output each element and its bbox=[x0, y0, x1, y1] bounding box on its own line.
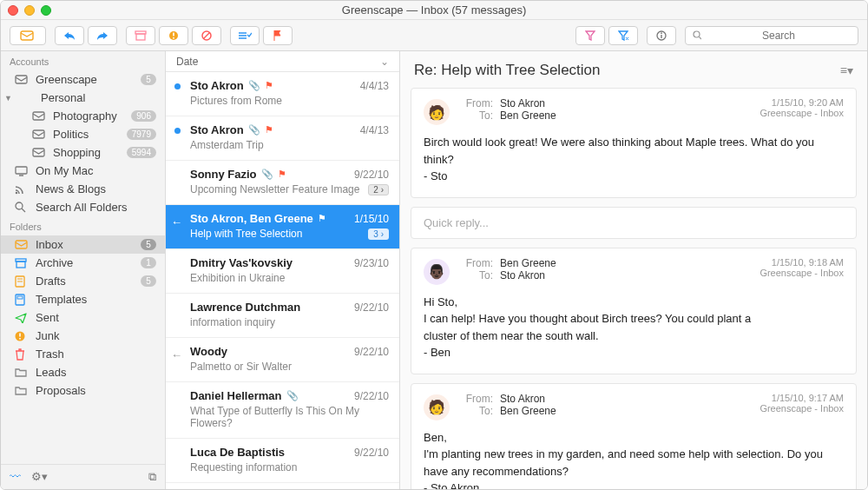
sidebar-folder-item[interactable]: Proposals bbox=[1, 381, 165, 400]
attachment-icon: 📎 bbox=[286, 390, 299, 401]
from-label: From: bbox=[458, 257, 493, 269]
message-card: 🧑 From:Sto Akron To:Ben Greene 1/15/10, … bbox=[411, 88, 857, 198]
sidebar-item-label: Templates bbox=[36, 293, 156, 306]
from-value: Ben Greene bbox=[500, 257, 556, 269]
message-row[interactable]: Sto Akron📎⚑4/4/13Amsterdam Trip bbox=[166, 116, 399, 161]
svg-rect-21 bbox=[33, 149, 44, 156]
search-icon bbox=[15, 202, 29, 213]
info-button[interactable] bbox=[647, 26, 676, 45]
from-value: Sto Akron bbox=[500, 97, 545, 109]
view-options-icon[interactable]: ≡▾ bbox=[840, 63, 853, 77]
sidebar-item-label: Photography bbox=[53, 109, 124, 122]
sidebar-account-item[interactable]: Shopping5994 bbox=[1, 143, 165, 162]
count-badge: 7979 bbox=[127, 129, 156, 140]
inbox-icon bbox=[32, 148, 46, 157]
sidebar-folder-item[interactable]: Templates bbox=[1, 290, 165, 308]
message-from: Lawrence Dutchman bbox=[190, 301, 300, 314]
search-input[interactable] bbox=[707, 30, 851, 42]
activity-icon[interactable]: 〰 bbox=[10, 470, 21, 484]
message-body: Ben, I'm planting new trees in my garden… bbox=[424, 429, 844, 490]
forward-button[interactable] bbox=[88, 26, 117, 45]
message-row[interactable]: Lawrence Dutchman9/22/10information inqu… bbox=[166, 294, 399, 338]
chevron-down-icon: ⌄ bbox=[380, 56, 389, 68]
sidebar-item-label: Proposals bbox=[36, 384, 156, 397]
sidebar-account-item[interactable]: ▼Personal bbox=[1, 89, 165, 107]
sidebar-item-label: Greenscape bbox=[36, 73, 134, 86]
clear-filter-button[interactable] bbox=[608, 26, 638, 45]
svg-rect-34 bbox=[17, 296, 23, 299]
minimize-window-button[interactable] bbox=[24, 5, 35, 16]
sidebar-folder-item[interactable]: Sent bbox=[1, 308, 165, 327]
thread-count-badge: 3 › bbox=[368, 228, 389, 240]
to-value: Sto Akron bbox=[500, 269, 545, 281]
message-row[interactable]: Dmitry Vas'kovskiy9/23/10Exhibition in U… bbox=[166, 249, 399, 294]
sidebar-folder-item[interactable]: Drafts5 bbox=[1, 272, 165, 290]
check-mail-button[interactable] bbox=[10, 26, 46, 45]
svg-rect-2 bbox=[136, 34, 145, 40]
from-label: From: bbox=[458, 393, 493, 405]
reply-button[interactable] bbox=[55, 26, 84, 45]
sidebar-folder-item[interactable]: Leads bbox=[1, 363, 165, 381]
sidebar-folder-item[interactable]: Trash bbox=[1, 345, 165, 363]
quick-reply-field[interactable]: Quick reply... bbox=[411, 207, 857, 239]
flag-icon: ⚑ bbox=[318, 213, 326, 224]
sidebar-account-item[interactable]: Photography906 bbox=[1, 107, 165, 125]
mark-read-button[interactable] bbox=[230, 26, 260, 45]
message-row[interactable]: Sto Akron📎⚑4/4/13Pictures from Rome bbox=[166, 72, 399, 116]
sidebar-item-label: Drafts bbox=[36, 275, 134, 288]
to-label: To: bbox=[458, 405, 493, 417]
sidebar-account-item[interactable]: Greenscape5 bbox=[1, 70, 165, 89]
sidebar: Accounts Greenscape5▼PersonalPhotography… bbox=[1, 51, 166, 489]
sidebar-account-item[interactable]: Politics7979 bbox=[1, 125, 165, 143]
thread-count-badge: 2 › bbox=[368, 184, 389, 195]
message-row[interactable]: Luca De Baptistis9/22/10Requesting infor… bbox=[166, 439, 399, 483]
count-badge: 5 bbox=[141, 74, 156, 85]
folders-section-header: Folders bbox=[1, 216, 165, 235]
sidebar-item-label: News & Blogs bbox=[36, 182, 156, 195]
message-from: Luca De Baptistis bbox=[190, 446, 285, 459]
settings-gear-icon[interactable]: ⚙︎▾ bbox=[31, 470, 48, 484]
message-row[interactable]: Sonny Fazio📎⚑9/22/10Upcoming Newsletter … bbox=[166, 161, 399, 205]
to-label: To: bbox=[458, 109, 493, 122]
attachment-icon: 📎 bbox=[261, 169, 273, 180]
sidebar-folder-item[interactable]: Junk bbox=[1, 327, 165, 345]
list-sort-header[interactable]: Date ⌄ bbox=[166, 51, 399, 72]
message-from: Sto Akron bbox=[190, 123, 244, 136]
sidebar-folder-item[interactable]: Inbox5 bbox=[1, 235, 165, 254]
sidebar-account-item[interactable]: On My Mac bbox=[1, 162, 165, 180]
inbox-icon bbox=[32, 111, 46, 121]
zoom-window-button[interactable] bbox=[41, 5, 51, 16]
block-button[interactable] bbox=[192, 26, 221, 45]
toggle-sidebar-icon[interactable]: ⧉ bbox=[148, 470, 156, 484]
message-body: Birch would look great! We were also thi… bbox=[424, 134, 844, 185]
message-from: Woody bbox=[190, 345, 227, 358]
sidebar-account-item[interactable]: News & Blogs bbox=[1, 180, 165, 198]
close-window-button[interactable] bbox=[8, 5, 18, 16]
sidebar-item-label: Politics bbox=[53, 128, 120, 141]
flag-button[interactable] bbox=[263, 26, 293, 45]
message-row[interactable]: ←Woody9/22/10Palmetto or Sir Walter bbox=[166, 338, 399, 382]
inbox-icon bbox=[32, 129, 46, 139]
message-from: Dmitry Vas'kovskiy bbox=[190, 256, 293, 269]
message-date: 9/22/10 bbox=[354, 390, 389, 402]
from-label: From: bbox=[458, 97, 493, 109]
svg-line-7 bbox=[204, 32, 210, 38]
sidebar-account-item[interactable]: Search All Folders bbox=[1, 198, 165, 216]
filter-button[interactable] bbox=[575, 26, 605, 45]
svg-point-24 bbox=[16, 192, 18, 195]
svg-point-25 bbox=[16, 202, 23, 209]
message-row[interactable]: Daniel Hellerman📎9/22/10What Type of But… bbox=[166, 382, 399, 439]
unread-dot-icon bbox=[174, 83, 181, 89]
window-controls bbox=[8, 5, 51, 16]
svg-rect-22 bbox=[16, 167, 27, 174]
sidebar-folder-item[interactable]: Archive1 bbox=[1, 254, 165, 272]
message-row[interactable]: ←Sto Akron, Ben Greene⚑1/15/10Help with … bbox=[166, 205, 399, 249]
search-field[interactable] bbox=[685, 26, 858, 45]
archive-button[interactable] bbox=[126, 26, 155, 45]
junk-button[interactable] bbox=[159, 26, 188, 45]
message-subject: Exhibition in Ukraine bbox=[190, 272, 285, 284]
svg-rect-37 bbox=[19, 338, 21, 340]
disclosure-triangle-icon[interactable]: ▼ bbox=[4, 94, 13, 103]
sent-icon bbox=[15, 313, 29, 323]
sidebar-item-label: Inbox bbox=[36, 238, 134, 251]
